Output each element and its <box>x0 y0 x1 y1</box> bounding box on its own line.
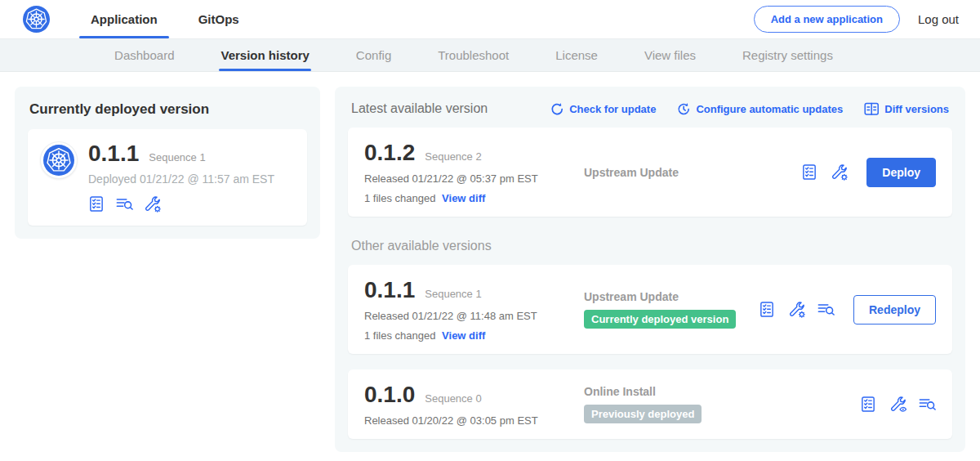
currently-deployed-badge: Currently deployed version <box>584 310 736 329</box>
tab-gitops-label: GitOps <box>198 12 239 26</box>
deploy-logs-icon[interactable] <box>817 301 835 318</box>
app-tabs: Application GitOps <box>76 0 254 38</box>
configure-automatic-updates-link[interactable]: Configure automatic updates <box>677 102 843 116</box>
app-sub-nav: Dashboard Version history Config Trouble… <box>0 38 980 72</box>
preflight-checklist-icon[interactable] <box>88 195 105 213</box>
preflight-checklist-icon[interactable] <box>759 301 776 318</box>
logout-button[interactable]: Log out <box>918 12 959 26</box>
config-wrench-gear-icon[interactable] <box>831 163 848 181</box>
app-icon kubernetes-logo-icon <box>41 142 77 178</box>
deployed-version-card: 0.1.1 Sequence 1 Deployed 01/21/22 @ 11:… <box>28 129 307 226</box>
subtab-registry-settings[interactable]: Registry settings <box>742 39 833 71</box>
sequence-label: Sequence 0 <box>425 392 481 405</box>
check-for-update-link[interactable]: Check for update <box>550 102 656 116</box>
view-diff-link[interactable]: View diff <box>442 329 485 342</box>
version-source-label: Online Install <box>584 385 860 398</box>
refresh-icon <box>550 102 564 115</box>
version-history-page: Currently deployed version 0.1.1 Sequenc… <box>0 72 980 461</box>
deployed-timestamp: Deployed 01/21/22 @ 11:57 am EST <box>88 172 274 186</box>
released-timestamp: Released 01/20/22 @ 03:05 pm EST <box>364 414 559 427</box>
version-number: 0.1.0 <box>364 382 415 408</box>
version-source-label: Upstream Update <box>584 166 801 179</box>
deploy-logs-icon[interactable] <box>919 396 936 413</box>
currently-deployed-panel: Currently deployed version 0.1.1 Sequenc… <box>15 87 320 239</box>
card-gap <box>348 354 952 369</box>
subtab-dashboard[interactable]: Dashboard <box>114 39 174 71</box>
kubernetes-logo-icon[interactable] <box>23 6 50 33</box>
latest-available-title: Latest available version <box>351 101 488 116</box>
tab-application-label: Application <box>91 12 158 26</box>
redeploy-button[interactable]: Redeploy <box>853 295 936 324</box>
schedule-clock-icon <box>677 102 690 115</box>
deployed-sequence-label: Sequence 1 <box>149 151 205 163</box>
deploy-button[interactable]: Deploy <box>866 158 936 187</box>
preflight-checklist-icon[interactable] <box>801 163 818 181</box>
view-diff-link[interactable]: View diff <box>442 192 485 204</box>
diff-versions-link[interactable]: Diff versions <box>864 102 949 116</box>
subtab-troubleshoot[interactable]: Troubleshoot <box>438 39 509 71</box>
config-wrench-gear-icon[interactable] <box>144 195 161 213</box>
previously-deployed-badge: Previously deployed <box>584 405 702 423</box>
sequence-label: Sequence 2 <box>425 150 481 163</box>
subtab-license[interactable]: License <box>555 39 598 71</box>
released-timestamp: Released 01/21/22 @ 11:48 am EST <box>364 310 559 322</box>
preflight-checklist-icon[interactable] <box>860 396 877 413</box>
deployed-panel-title: Currently deployed version <box>29 101 305 118</box>
view-config-wrench-eye-icon[interactable] <box>889 396 906 413</box>
version-number: 0.1.2 <box>364 140 415 166</box>
subtab-version-history[interactable]: Version history <box>220 39 309 71</box>
add-application-button[interactable]: Add a new application <box>754 6 900 33</box>
top-nav: Application GitOps Add a new application… <box>0 0 980 38</box>
version-source-label: Upstream Update <box>584 290 759 303</box>
config-wrench-gear-icon[interactable] <box>788 301 805 318</box>
files-changed-label: 1 files changed <box>364 329 435 342</box>
version-card-0-1-1: 0.1.1 Sequence 1 Released 01/21/22 @ 11:… <box>348 265 952 354</box>
tab-gitops[interactable]: GitOps <box>184 0 254 38</box>
version-number: 0.1.1 <box>364 277 415 303</box>
subtab-view-files[interactable]: View files <box>644 39 696 71</box>
subtab-config[interactable]: Config <box>356 39 391 71</box>
deploy-logs-icon[interactable] <box>116 195 133 213</box>
sequence-label: Sequence 1 <box>425 288 481 300</box>
version-card-0-1-2: 0.1.2 Sequence 2 Released 01/21/22 @ 05:… <box>348 128 952 217</box>
available-versions-panel: Latest available version Check for updat… <box>335 87 965 452</box>
files-changed-label: 1 files changed <box>364 192 435 204</box>
deployed-version-number: 0.1.1 <box>88 141 139 167</box>
released-timestamp: Released 01/21/22 @ 05:37 pm EST <box>364 172 559 185</box>
other-available-versions-title: Other available versions <box>351 239 949 253</box>
version-card-0-1-0: 0.1.0 Sequence 0 Released 01/20/22 @ 03:… <box>348 369 952 439</box>
tab-application[interactable]: Application <box>76 0 172 38</box>
diff-icon <box>864 102 879 116</box>
